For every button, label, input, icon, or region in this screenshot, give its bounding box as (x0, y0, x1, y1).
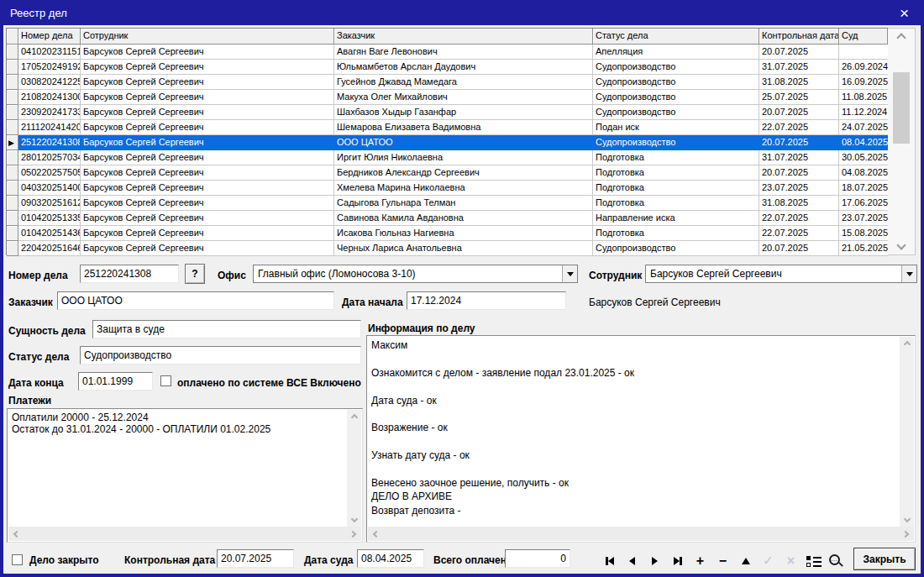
scroll-down-icon[interactable] (900, 513, 914, 525)
cell-employee[interactable]: Барсуков Сергей Сергеевич (81, 196, 334, 211)
cell-court[interactable]: 21.05.2025 (839, 241, 888, 256)
cell-case-number[interactable]: 040320251400 (18, 181, 81, 196)
table-row[interactable]: 030820241225 Барсуков Сергей Сергеевич Г… (7, 75, 887, 90)
cell-case-number[interactable]: 010420251335 (18, 211, 81, 226)
table-row[interactable]: 090320251612 Барсуков Сергей Сергеевич С… (7, 196, 887, 211)
cell-status[interactable]: Подготовка (593, 181, 759, 196)
cell-customer[interactable]: Хмелева Марина Николаевна (334, 181, 593, 196)
footer-control-date-field[interactable] (217, 549, 294, 568)
cell-customer[interactable]: Черных Лариса Анатольевна (334, 241, 593, 256)
cell-employee[interactable]: Барсуков Сергей Сергеевич (81, 60, 334, 75)
payments-vertical-scrollbar[interactable] (347, 410, 361, 527)
cell-case-number[interactable]: 230920241733 (18, 105, 81, 120)
next-record-icon[interactable] (643, 551, 666, 571)
cell-court[interactable]: 26.09.2024 (839, 60, 888, 75)
scroll-down-icon[interactable] (347, 513, 361, 525)
search-icon[interactable]: … (825, 551, 848, 571)
cell-employee[interactable]: Барсуков Сергей Сергеевич (81, 150, 334, 165)
cell-customer[interactable]: Авагян Ваге Левонович (334, 45, 593, 60)
cell-court[interactable]: 11.12.2024 (839, 105, 888, 120)
scroll-right-icon[interactable] (899, 527, 912, 541)
cell-case-number[interactable]: 170520249192 (18, 60, 81, 75)
case-info-horizontal-scrollbar[interactable] (368, 527, 914, 541)
table-header-control-date[interactable]: Контрольная дата (759, 29, 839, 45)
cell-control-date[interactable]: 22.07.2025 (759, 120, 839, 135)
case-info-vertical-scrollbar[interactable] (900, 337, 914, 527)
cell-status[interactable]: Судопроизводство (593, 60, 759, 75)
total-paid-field[interactable] (505, 549, 570, 568)
cell-control-date[interactable]: 23.07.2025 (759, 181, 839, 196)
last-record-icon[interactable] (666, 551, 689, 571)
table-row[interactable]: 211120241420 Барсуков Сергей Сергеевич Ш… (7, 120, 887, 135)
cell-status[interactable]: Судопроизводство (593, 75, 759, 90)
case-number-field[interactable] (80, 265, 179, 283)
table-row[interactable]: 010420251335 Барсуков Сергей Сергеевич С… (7, 211, 887, 226)
cell-status[interactable]: Судопроизводство (593, 241, 759, 256)
cell-customer[interactable]: Шахбазов Хыдыр Газанфар (334, 105, 593, 120)
cell-customer[interactable]: Макуха Олег Михайлович (334, 90, 593, 105)
table-header-employee[interactable]: Сотрудник (81, 29, 334, 45)
cell-case-number[interactable]: 210820241300 (18, 90, 81, 105)
essence-field[interactable] (92, 320, 361, 338)
case-info-memo[interactable]: Максим Ознакомится с делом - заявление п… (366, 335, 916, 543)
list-view-icon[interactable] (802, 551, 825, 571)
cell-customer[interactable]: Бердников Александр Сергеевич (334, 165, 593, 181)
scroll-up-icon[interactable] (900, 338, 914, 350)
cell-court[interactable]: 24.07.2025 (839, 120, 888, 135)
cell-customer[interactable]: Гусейнов Джавад Мамедага (334, 75, 593, 90)
cell-control-date[interactable]: 31.08.2025 (759, 75, 839, 90)
cell-court[interactable]: 11.08.2025 (839, 90, 888, 105)
cell-control-date[interactable]: 31.07.2025 (759, 150, 839, 165)
close-window-icon[interactable]: × (895, 5, 914, 21)
cell-case-number[interactable]: 090320251612 (18, 196, 81, 211)
table-header-customer[interactable]: Заказчик (334, 29, 593, 45)
scroll-down-icon[interactable] (888, 238, 915, 253)
cell-control-date[interactable]: 20.07.2025 (759, 165, 839, 181)
cell-status[interactable]: Судопроизводство (593, 135, 759, 150)
table-row[interactable]: 040320251400 Барсуков Сергей Сергеевич Х… (7, 181, 887, 196)
cell-customer[interactable]: Шемарова Елизавета Вадимовна (334, 120, 593, 135)
cell-control-date[interactable]: 22.07.2025 (759, 211, 839, 226)
cell-control-date[interactable]: 25.07.2025 (759, 90, 839, 105)
cell-control-date[interactable]: 20.07.2025 (759, 45, 839, 60)
first-record-icon[interactable] (598, 551, 621, 571)
cell-status[interactable]: Апелляция (593, 45, 759, 60)
scrollbar-thumb[interactable] (893, 72, 910, 144)
status-field[interactable] (80, 346, 361, 365)
cell-status[interactable]: Подготовка (593, 150, 759, 165)
office-select[interactable]: Главный офис (Ломоносова 3-10) (253, 265, 578, 283)
cell-control-date[interactable]: 20.07.2025 (759, 105, 839, 120)
cell-court[interactable]: 18.07.2025 (839, 181, 888, 196)
cell-control-date[interactable]: 20.07.2025 (759, 135, 839, 150)
footer-court-date-field[interactable] (357, 549, 424, 568)
cell-status[interactable]: Подготовка (593, 165, 759, 181)
table-vertical-scrollbar[interactable] (888, 28, 916, 255)
cell-status[interactable]: Подготовка (593, 226, 759, 241)
table-row[interactable]: 220420251646 Барсуков Сергей Сергеевич Ч… (7, 241, 887, 256)
cell-case-number[interactable]: 030820241225 (18, 75, 81, 90)
cell-court[interactable] (839, 45, 888, 60)
table-row[interactable]: 280120257034 Барсуков Сергей Сергеевич И… (7, 150, 887, 165)
cell-status[interactable]: Подготовка (593, 196, 759, 211)
cell-control-date[interactable]: 31.08.2025 (759, 196, 839, 211)
customer-field[interactable] (57, 291, 334, 310)
cell-employee[interactable]: Барсуков Сергей Сергеевич (81, 181, 334, 196)
cell-status[interactable]: Судопроизводство (593, 90, 759, 105)
cell-case-number[interactable]: 010420251436 (18, 226, 81, 241)
employee-select[interactable]: Барсуков Сергей Сергеевич (645, 265, 917, 283)
cell-court[interactable]: 23.07.2025 (839, 211, 888, 226)
cell-court[interactable]: 17.06.2025 (839, 196, 888, 211)
cell-employee[interactable]: Барсуков Сергей Сергеевич (81, 135, 334, 150)
cell-employee[interactable]: Барсуков Сергей Сергеевич (81, 120, 334, 135)
cell-employee[interactable]: Барсуков Сергей Сергеевич (81, 90, 334, 105)
prior-record-icon[interactable] (621, 551, 643, 571)
cell-court[interactable]: 16.09.2025 (839, 75, 888, 90)
table-row[interactable]: 210820241300 Барсуков Сергей Сергеевич М… (7, 90, 887, 105)
scroll-right-icon[interactable] (346, 527, 360, 541)
cell-case-number[interactable]: 251220241308 (18, 135, 81, 150)
cell-status[interactable]: Направление иска (593, 211, 759, 226)
cell-customer[interactable]: Исакова Гюльназ Нагиевна (334, 226, 593, 241)
insert-record-icon[interactable]: + (689, 551, 711, 571)
cell-control-date[interactable]: 31.07.2025 (759, 60, 839, 75)
table-header-court[interactable]: Суд (839, 29, 888, 45)
